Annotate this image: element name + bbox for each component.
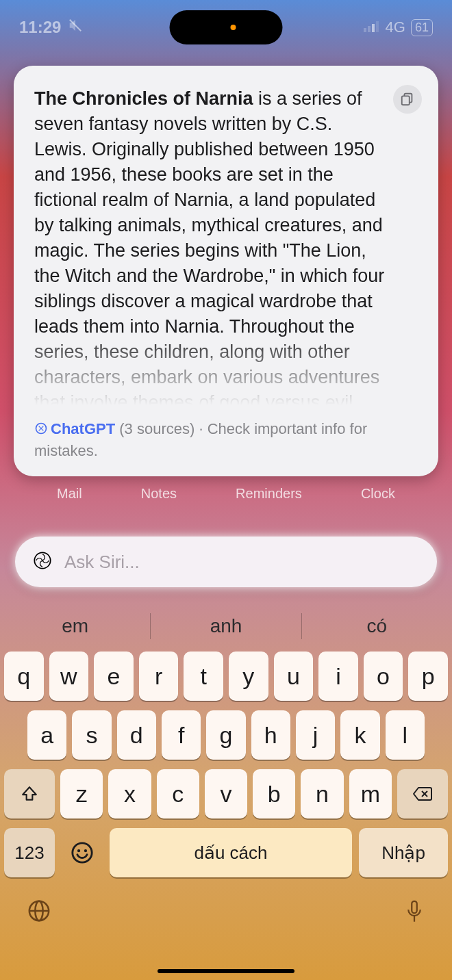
key-a[interactable]: a [27,710,66,760]
svg-point-11 [73,843,92,862]
home-indicator[interactable] [158,969,294,973]
key-n[interactable]: n [301,769,343,818]
svg-point-13 [84,849,87,852]
source-separator: · [199,420,207,437]
response-title: The Chronicles of Narnia [34,88,253,109]
key-row-2: a s d f g h j k l [4,710,448,760]
backspace-key[interactable] [397,769,448,818]
network-label: 4G [386,18,405,36]
chatgpt-icon [34,420,48,441]
key-c[interactable]: c [157,769,199,818]
dock-label-mail: Mail [57,486,82,523]
key-g[interactable]: g [206,710,245,760]
key-u[interactable]: u [274,652,314,701]
key-s[interactable]: s [72,710,111,760]
dynamic-island [170,10,283,44]
svg-rect-17 [412,901,417,914]
siri-input[interactable] [64,552,419,573]
key-e[interactable]: e [94,652,134,701]
key-j[interactable]: j [296,710,335,760]
svg-rect-1 [364,28,366,32]
suggestion-row: em anh có [0,601,452,652]
keyboard: em anh có q w e r t y u i o p a s d f g … [0,601,452,980]
signal-icon [364,18,380,36]
chatgpt-input-icon [33,551,52,573]
key-m[interactable]: m [349,769,392,818]
key-o[interactable]: o [364,652,403,701]
key-d[interactable]: d [117,710,156,760]
key-p[interactable]: p [408,652,448,701]
key-row-3: z x c v b n m [4,769,448,818]
svg-rect-3 [372,24,375,32]
dock-label-clock: Clock [361,486,395,523]
emoji-key[interactable] [62,828,103,877]
svg-rect-2 [368,26,371,32]
dock-label-reminders: Reminders [236,486,302,523]
svg-rect-4 [376,21,379,32]
key-l[interactable]: l [386,710,425,760]
source-meta: (3 sources) [119,420,194,437]
svg-point-12 [77,849,80,852]
key-f[interactable]: f [162,710,201,760]
key-y[interactable]: y [229,652,268,701]
enter-key[interactable]: Nhập [359,828,448,877]
dictation-key[interactable] [404,899,425,928]
key-row-4: 123 dấu cách Nhập [4,828,448,877]
globe-key[interactable] [27,899,51,928]
key-v[interactable]: v [205,769,247,818]
keyboard-footer [0,887,452,928]
siri-input-bar[interactable] [15,537,437,587]
key-row-1: q w e r t y u i o p [4,652,448,701]
silent-icon [68,18,83,37]
siri-response-card: The Chronicles of Narnia is a series of … [14,66,438,476]
source-line[interactable]: ChatGPT (3 sources) · Check important in… [34,419,418,461]
key-k[interactable]: k [340,710,379,760]
battery-level: 61 [415,21,429,35]
shift-key[interactable] [4,769,55,818]
dock-label-notes: Notes [141,486,177,523]
key-q[interactable]: q [4,652,44,701]
key-t[interactable]: t [184,652,223,701]
suggestion-2[interactable]: anh [151,615,301,637]
battery-indicator: 61 [411,19,433,36]
text-fade [34,331,418,413]
numbers-key[interactable]: 123 [4,828,55,877]
response-body[interactable]: The Chronicles of Narnia is a series of … [34,86,418,413]
suggestion-3[interactable]: có [302,615,452,637]
key-w[interactable]: w [49,652,89,701]
recording-indicator-icon [230,25,236,30]
key-z[interactable]: z [60,769,103,818]
suggestion-1[interactable]: em [0,615,150,637]
status-left: 11:29 [19,18,83,37]
source-brand: ChatGPT [51,420,115,437]
key-x[interactable]: x [108,769,151,818]
key-i[interactable]: i [318,652,358,701]
status-right: 4G 61 [364,18,433,36]
space-key[interactable]: dấu cách [110,828,352,877]
key-r[interactable]: r [139,652,179,701]
home-dock-labels: Mail Notes Reminders Clock [0,486,452,523]
status-time: 11:29 [19,18,61,37]
key-b[interactable]: b [253,769,295,818]
key-h[interactable]: h [251,710,290,760]
